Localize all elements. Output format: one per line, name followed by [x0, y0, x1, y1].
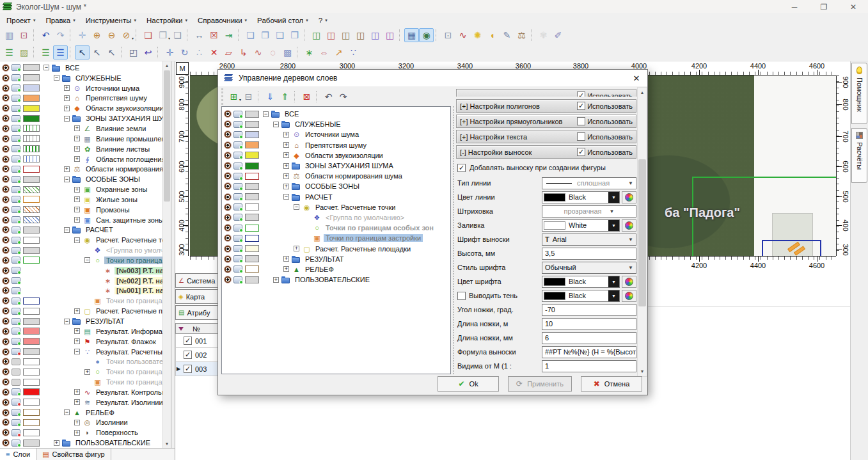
layer-row[interactable]: +◗Поверхность: [0, 427, 171, 438]
report-edit-icon[interactable]: ✎: [500, 28, 514, 42]
palette-button[interactable]: [622, 276, 636, 288]
expand-toggle-icon[interactable]: +: [74, 207, 80, 212]
visibility-eye-icon[interactable]: [2, 277, 10, 285]
zoom-select-icon[interactable]: ◉: [419, 28, 434, 42]
expand-toggle-icon[interactable]: +: [64, 106, 70, 111]
layer-color-swatch[interactable]: [23, 388, 40, 395]
visibility-eye-icon[interactable]: [224, 276, 232, 283]
print-layer-icon[interactable]: [12, 328, 20, 335]
print-layer-icon[interactable]: [12, 399, 20, 406]
select-by-doc-icon[interactable]: ◰: [126, 45, 141, 59]
menu-Настройки[interactable]: Настройки▾: [141, 14, 193, 26]
visibility-eye-icon[interactable]: [224, 152, 232, 159]
layer-row[interactable]: −▲РЕЛЬЕФ: [0, 408, 171, 418]
grid-scale-icon[interactable]: ▦: [404, 28, 419, 42]
print-layer-icon[interactable]: [12, 64, 20, 71]
layer-row[interactable]: −∵Результат. Расчетные ...: [0, 347, 171, 357]
expand-toggle-icon[interactable]: +: [74, 146, 80, 152]
layer-row[interactable]: ▣Точки по границам за...: [0, 296, 171, 306]
layer-row[interactable]: +▲РЕЛЬЕФ: [222, 264, 450, 274]
print-stamp-icon[interactable]: ⊡: [17, 28, 31, 42]
layer-color-swatch[interactable]: [23, 125, 40, 132]
visibility-eye-icon[interactable]: [2, 348, 10, 356]
print-layer-icon[interactable]: [12, 358, 20, 365]
extrude-icon[interactable]: ↗: [331, 45, 346, 59]
layer-row[interactable]: +◆Области звукоизоляции: [0, 103, 171, 113]
layer-row[interactable]: +∠Влияние земли: [0, 123, 171, 134]
layer-row[interactable]: +▣Промзоны: [0, 205, 171, 215]
layer-color-swatch[interactable]: [23, 297, 40, 305]
layer-color-swatch[interactable]: [23, 95, 40, 102]
scroll-down-icon[interactable]: ▼: [638, 367, 647, 376]
print-layer-icon[interactable]: [12, 409, 20, 416]
expand-toggle-icon[interactable]: −: [64, 319, 70, 324]
layer-row[interactable]: +⌂Препятствия шуму: [222, 140, 450, 150]
print-layer-icon[interactable]: [12, 196, 20, 203]
print-layer-icon[interactable]: [233, 276, 242, 283]
color-dropdown[interactable]: Black▼: [542, 191, 620, 203]
move-node-up-icon[interactable]: ⇑: [278, 90, 292, 104]
confirm-objects-icon[interactable]: ❒▾: [155, 28, 170, 42]
layer-color-swatch[interactable]: [245, 152, 259, 159]
select-add-icon[interactable]: ❐: [258, 28, 272, 42]
print-layer-icon[interactable]: [12, 388, 20, 395]
layer-color-swatch[interactable]: [23, 257, 40, 264]
print-map-icon[interactable]: ⊡: [441, 28, 455, 42]
edit-circle-icon[interactable]: ◌: [265, 45, 280, 59]
tab-layers[interactable]: ≡ Слои: [0, 448, 36, 460]
hint-bulb-icon[interactable]: ✺: [470, 28, 485, 42]
text-input[interactable]: 1: [542, 360, 636, 372]
layer-color-swatch[interactable]: [23, 358, 40, 365]
menu-Проект[interactable]: Проект▾: [1, 14, 40, 26]
print-layer-icon[interactable]: [12, 277, 20, 284]
layer-row[interactable]: −ЗОНЫ ЗАТУХАНИЯ ШУМА: [0, 113, 171, 123]
layer-row[interactable]: −◉Расчет. Расчетные точки: [222, 202, 450, 212]
use-checkbox[interactable]: [577, 102, 585, 110]
layer-row[interactable]: +ЗОНЫ ЗАТУХАНИЯ ШУМА: [222, 161, 450, 171]
layer-color-swatch[interactable]: [23, 176, 40, 183]
print-layer-icon[interactable]: [12, 125, 20, 132]
minimize-icon[interactable]: ─: [780, 0, 809, 14]
visibility-eye-icon[interactable]: [2, 175, 10, 183]
blue-selection-rectangle[interactable]: [762, 240, 821, 256]
visibility-eye-icon[interactable]: [2, 328, 10, 335]
print-layer-icon[interactable]: [233, 193, 242, 200]
visibility-eye-icon[interactable]: [224, 234, 232, 242]
add-object-icon[interactable]: ❑: [141, 28, 155, 42]
point-row[interactable]: 001: [175, 334, 218, 348]
expand-toggle-icon[interactable]: +: [74, 125, 80, 131]
use-checkbox[interactable]: [577, 148, 585, 156]
sidebar-scrollbar[interactable]: ▲ ▼: [162, 61, 171, 448]
point-row[interactable]: 002: [175, 348, 218, 362]
print-layer-icon[interactable]: [233, 111, 242, 118]
print-layer-icon[interactable]: [12, 135, 20, 142]
layer-color-swatch[interactable]: [23, 318, 40, 325]
visibility-eye-icon[interactable]: [224, 110, 232, 118]
print-layer-icon[interactable]: [12, 237, 20, 244]
expand-toggle-icon[interactable]: +: [74, 136, 80, 141]
text-input[interactable]: 3,5: [542, 248, 636, 260]
use-toggle[interactable]: Использовать: [577, 148, 633, 156]
select-minus-icon[interactable]: ↖: [104, 45, 119, 59]
rotate-figure-icon[interactable]: ↻: [177, 45, 192, 59]
print-layer-icon[interactable]: [233, 163, 242, 170]
add-callout-row[interactable]: Добавлять выноску при создании фигуры: [457, 162, 635, 173]
expand-toggle-icon[interactable]: −: [74, 237, 80, 243]
add-callout-checkbox[interactable]: [457, 164, 466, 172]
menu-Справочники[interactable]: Справочники▾: [193, 14, 252, 26]
palette-button[interactable]: [622, 191, 636, 203]
print-layer-icon[interactable]: [12, 348, 20, 355]
expand-toggle-icon[interactable]: +: [64, 95, 70, 101]
layer-color-swatch[interactable]: [23, 338, 40, 345]
layer-color-swatch[interactable]: [23, 105, 40, 112]
delete-node-icon[interactable]: ⊠: [299, 90, 314, 104]
print-layer-icon[interactable]: [12, 429, 20, 436]
visibility-eye-icon[interactable]: [2, 186, 10, 193]
layer-color-swatch[interactable]: [245, 245, 259, 252]
goto-icon[interactable]: ⇥: [221, 28, 236, 42]
palette-button[interactable]: [622, 219, 636, 232]
expand-toggle-icon[interactable]: −: [263, 111, 269, 117]
layer-row[interactable]: ●Точки пользователя: [0, 356, 171, 367]
profile-chart-icon[interactable]: ∿: [455, 28, 470, 42]
layer-color-swatch[interactable]: [23, 226, 40, 234]
